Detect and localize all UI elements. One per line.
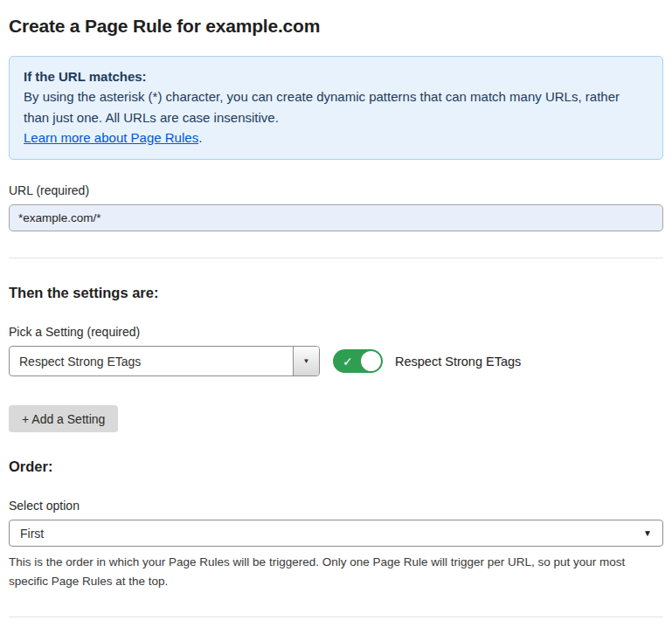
etags-toggle[interactable]: ✓ [333, 349, 383, 373]
url-input[interactable] [9, 204, 663, 231]
create-page-rule-page: Create a Page Rule for example.com If th… [0, 0, 672, 627]
info-box-heading: If the URL matches: [24, 66, 648, 86]
page-title: Create a Page Rule for example.com [9, 16, 663, 37]
setting-select-value: Respect Strong ETags [10, 355, 141, 369]
settings-heading: Then the settings are: [9, 285, 663, 301]
toggle-knob [361, 351, 381, 371]
order-select[interactable]: First ▼ [9, 520, 663, 547]
order-select-value: First [20, 527, 44, 541]
order-heading: Order: [9, 458, 663, 475]
pick-setting-label: Pick a Setting (required) [9, 325, 663, 339]
section-divider [9, 258, 663, 258]
check-icon: ✓ [343, 355, 353, 368]
setting-row: Respect Strong ETags ▼ ✓ Respect Strong … [9, 346, 663, 376]
setting-select[interactable]: Respect Strong ETags ▼ [9, 346, 320, 376]
url-label: URL (required) [9, 183, 663, 197]
order-select-label: Select option [9, 499, 663, 513]
order-help-text: This is the order in which your Page Rul… [9, 553, 663, 590]
footer-divider [9, 617, 663, 617]
chevron-down-icon: ▼ [643, 528, 652, 538]
toggle-label: Respect Strong ETags [395, 355, 521, 369]
url-match-info-box: If the URL matches: By using the asteris… [9, 56, 663, 160]
caret-down-icon: ▼ [303, 357, 310, 365]
info-box-link-row: Learn more about Page Rules. [24, 127, 648, 148]
add-setting-button[interactable]: + Add a Setting [9, 405, 118, 432]
link-suffix: . [198, 130, 202, 145]
setting-select-arrow-button[interactable]: ▼ [293, 347, 319, 376]
learn-more-link[interactable]: Learn more about Page Rules [24, 130, 198, 145]
info-box-body: By using the asterisk (*) character, you… [24, 86, 648, 127]
